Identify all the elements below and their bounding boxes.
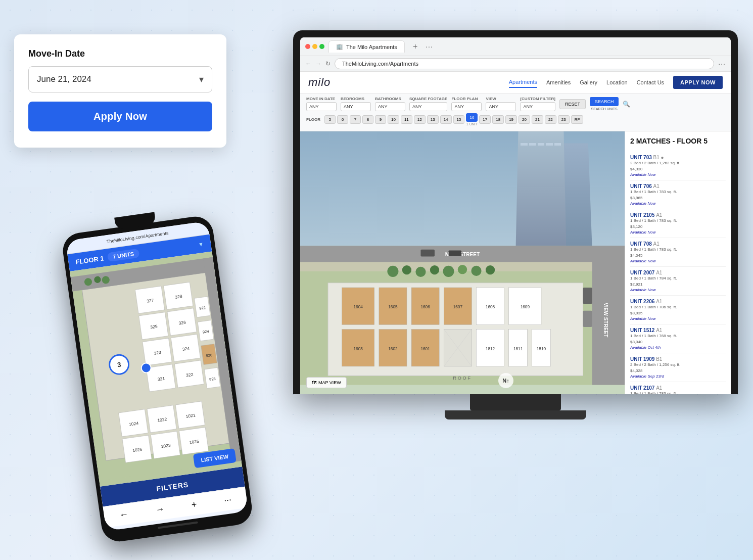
- address-input[interactable]: [335, 58, 714, 69]
- maximize-window-button[interactable]: [319, 44, 324, 49]
- reset-button[interactable]: RESET: [559, 99, 586, 109]
- unit-listing-1512[interactable]: UNIT 1512 A1 1 Bed / 1 Bath / 768 sq. ft…: [630, 324, 726, 353]
- apply-now-nav-button[interactable]: APPLY NOW: [673, 76, 723, 89]
- svg-point-41: [486, 265, 495, 274]
- floor-button-17[interactable]: 17: [479, 115, 491, 124]
- custom-filter-label: [CUSTOM FILTER]: [520, 97, 555, 101]
- unit-listing-708[interactable]: UNIT 708 A1 1 Bed / 1 Bath / 783 sq. ft.…: [630, 238, 726, 267]
- bathrooms-select[interactable]: ANY: [375, 102, 405, 111]
- refresh-button[interactable]: ↻: [325, 60, 331, 67]
- nav-location[interactable]: Location: [606, 77, 628, 87]
- view-filter: VIEW ANY: [486, 97, 516, 111]
- nav-apartments[interactable]: Apartments: [509, 77, 537, 88]
- minimize-window-button[interactable]: [312, 44, 317, 49]
- unit-number-2206: UNIT 2206 A1: [630, 299, 726, 304]
- nav-amenities[interactable]: Amenities: [546, 77, 571, 87]
- svg-text:922: 922: [199, 305, 206, 311]
- svg-rect-42: [420, 250, 435, 257]
- floor-button-rf[interactable]: RF: [571, 115, 584, 124]
- unit-price-706: $3,965: [630, 195, 726, 201]
- monitor-stand: [470, 394, 561, 410]
- phone-forward-arrow[interactable]: →: [155, 504, 165, 516]
- move-in-date-select[interactable]: ANY: [306, 102, 337, 111]
- close-window-button[interactable]: [305, 44, 310, 49]
- floor-button-22[interactable]: 22: [545, 115, 556, 124]
- bedrooms-select[interactable]: ANY: [341, 102, 371, 111]
- phone-floor-units: 7 UNITS: [107, 249, 139, 262]
- unit-price-2105: $3,120: [630, 224, 726, 230]
- floor-button-5[interactable]: 5: [324, 115, 336, 124]
- svg-text:328: 328: [175, 294, 183, 300]
- unit-number-2107: UNIT 2107 A1: [630, 385, 726, 391]
- browser-chrome: 🏢 The Milo Apartments + ···: [300, 37, 731, 56]
- view-select[interactable]: ANY: [486, 102, 516, 111]
- custom-filter-select[interactable]: ANY: [520, 102, 555, 111]
- unit-listing-1909[interactable]: UNIT 1909 B1 2 Bed / 2 Bath / 1,256 sq. …: [630, 353, 726, 382]
- floor-button-12[interactable]: 12: [414, 115, 426, 124]
- floor-button-16[interactable]: 16: [466, 113, 478, 122]
- search-icon[interactable]: 🔍: [623, 101, 630, 108]
- svg-text:327: 327: [147, 298, 155, 304]
- floor-button-19[interactable]: 19: [505, 115, 517, 124]
- date-dropdown[interactable]: June 21, 2024 ▾: [28, 66, 212, 92]
- desktop-monitor: 🏢 The Milo Apartments + ··· ← → ↻ ··· mi…: [293, 30, 738, 419]
- floor-button-14[interactable]: 14: [440, 115, 452, 124]
- floor-button-8[interactable]: 8: [362, 115, 373, 124]
- unit-number-2007: UNIT 2007 A1: [630, 270, 726, 275]
- bathrooms-filter: BATHROOMS ANY: [375, 97, 405, 111]
- unit-avail-708: Available Now: [630, 259, 726, 263]
- unit-listing-2007[interactable]: UNIT 2007 A1 1 Bed / 1 Bath / 784 sq. ft…: [630, 267, 726, 296]
- back-button[interactable]: ←: [305, 60, 311, 67]
- unit-avail-2007: Available Now: [630, 288, 726, 292]
- floor-plan-select[interactable]: ANY: [451, 102, 482, 111]
- mobile-phone: TheMiloLiving.com/Apartments FLOOR 1 7 U…: [59, 204, 254, 544]
- main-content-area: MAIN STREET VIEW STREET 1604: [300, 131, 731, 394]
- forward-button[interactable]: →: [315, 60, 321, 67]
- svg-text:1601: 1601: [420, 347, 430, 351]
- floor-button-13[interactable]: 13: [427, 115, 439, 124]
- svg-rect-45: [583, 311, 592, 327]
- apply-now-button[interactable]: Apply Now: [28, 102, 212, 131]
- floor-button-15[interactable]: 15: [453, 115, 465, 124]
- sqft-select[interactable]: ANY: [409, 102, 447, 111]
- unit-number-1909: UNIT 1909 B1: [630, 356, 726, 362]
- floor-button-9[interactable]: 9: [375, 115, 386, 124]
- floor-button-11[interactable]: 11: [401, 115, 412, 124]
- unit-listing-703[interactable]: UNIT 703 B1 ● 2 Bed / 2 Bath / 1,262 sq.…: [630, 152, 726, 180]
- nav-contact[interactable]: Contact Us: [637, 77, 664, 87]
- unit-price-2206: $3,035: [630, 310, 726, 316]
- phone-back-arrow[interactable]: ←: [119, 509, 129, 521]
- phone-direction-arrows: ▼: [198, 241, 204, 248]
- floor-button-23[interactable]: 23: [558, 115, 570, 124]
- search-units-label: SEARCH UNITS: [590, 107, 619, 111]
- floor-button-18[interactable]: 18: [492, 115, 504, 124]
- nav-gallery[interactable]: Gallery: [580, 77, 597, 87]
- new-tab-button[interactable]: +: [409, 42, 421, 51]
- phone-map-area: 327 328 325 326 323 324 321 322: [70, 251, 242, 486]
- svg-text:1606: 1606: [420, 305, 430, 309]
- floor-selector-label: FLOOR: [306, 117, 320, 122]
- phone-add-icon[interactable]: +: [191, 499, 198, 510]
- unit-avail-1512: Available Oct 4th: [630, 345, 726, 350]
- unit-price-1909: $4,028: [630, 368, 726, 374]
- unit-listing-2107[interactable]: UNIT 2107 A1 1 Bed / 1 Bath / 783 sq. ft…: [630, 382, 726, 394]
- floor-plan-filter: FLOOR PLAN ANY: [451, 97, 482, 111]
- unit-details-2206: 1 Bed / 1 Bath / 786 sq. ft.: [630, 304, 726, 310]
- svg-text:926: 926: [206, 353, 213, 358]
- unit-listing-2105[interactable]: UNIT 2105 A1 1 Bed / 1 Bath / 783 sq. ft…: [630, 209, 726, 238]
- floor-button-7[interactable]: 7: [350, 115, 361, 124]
- search-button[interactable]: SEARCH: [590, 97, 619, 106]
- floor-button-20[interactable]: 20: [519, 115, 530, 124]
- floor-button-10[interactable]: 10: [388, 115, 399, 124]
- unit-price-1512: $3,040: [630, 339, 726, 345]
- browser-more-options[interactable]: ···: [718, 60, 726, 68]
- unit-listing-2206[interactable]: UNIT 2206 A1 1 Bed / 1 Bath / 786 sq. ft…: [630, 296, 726, 324]
- floor-button-6[interactable]: 6: [337, 115, 348, 124]
- browser-tab[interactable]: 🏢 The Milo Apartments: [328, 40, 405, 53]
- floor-button-21[interactable]: 21: [532, 115, 543, 124]
- map-view-button[interactable]: 🗺 MAP VIEW: [306, 377, 347, 388]
- browser-menu-icon[interactable]: ···: [426, 42, 433, 51]
- phone-menu-dots[interactable]: ···: [223, 494, 232, 506]
- floor-plan-svg: MAIN STREET VIEW STREET 1604: [300, 237, 625, 394]
- unit-listing-706[interactable]: UNIT 706 A1 1 Bed / 1 Bath / 783 sq. ft.…: [630, 180, 726, 209]
